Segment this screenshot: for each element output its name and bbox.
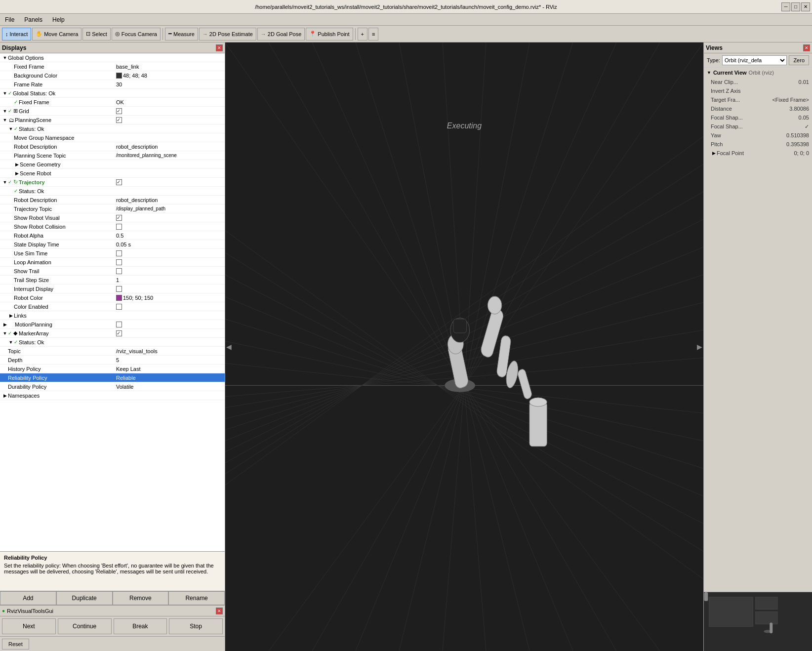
marker-array-row[interactable]: ▼ ✓ ◆ MarkerArray — [0, 329, 225, 338]
add-tool-button[interactable]: + — [358, 28, 367, 41]
global-options-row[interactable]: ▼ Global Options — [0, 53, 225, 62]
menu-extra-button[interactable]: ≡ — [368, 28, 378, 41]
interact-button[interactable]: ↕ Interact — [2, 28, 31, 41]
next-button[interactable]: Next — [2, 618, 56, 634]
interrupt-display-row[interactable]: Interrupt Display — [0, 285, 225, 293]
measure-button[interactable]: ━ Measure — [165, 28, 198, 41]
trail-step-size-row[interactable]: Trail Step Size 1 — [0, 276, 225, 285]
planning-scene-checkbox[interactable] — [116, 117, 122, 123]
rename-button[interactable]: Rename — [168, 591, 225, 605]
reset-button[interactable]: Reset — [2, 639, 29, 650]
marker-array-checkbox[interactable] — [116, 330, 122, 336]
minimize-button[interactable]: ─ — [781, 2, 790, 11]
move-camera-button[interactable]: ✋ Move Camera — [32, 28, 81, 41]
grid-checkbox[interactable] — [116, 108, 122, 114]
duplicate-button[interactable]: Duplicate — [56, 591, 113, 605]
fixed-frame-ok-row[interactable]: ✓ Fixed Frame OK — [0, 98, 225, 107]
ma-status-row[interactable]: ▼ ✓ Status: Ok — [0, 338, 225, 347]
traj-status-row[interactable]: ✓ Status: Ok — [0, 187, 225, 196]
ma-history-row[interactable]: History Policy Keep Last — [0, 365, 225, 373]
ps-status-row[interactable]: ▼ ✓ Status: Ok — [0, 124, 225, 133]
publish-point-button[interactable]: 📍 Publish Point — [306, 28, 353, 41]
focus-camera-label: Focus Camera — [122, 31, 157, 37]
links-row[interactable]: ▶ Links — [0, 311, 225, 320]
background-color-row[interactable]: Background Color 48; 48; 48 — [0, 71, 225, 80]
robot-pedestal-top — [529, 398, 547, 407]
trajectory-checkbox[interactable] — [116, 179, 122, 185]
loop-animation-checkbox[interactable] — [116, 259, 122, 265]
displays-tree[interactable]: ▼ Global Options Fixed Frame base_link B… — [0, 53, 225, 551]
grid-row[interactable]: ▼ ✓ ⊞ Grid — [0, 107, 225, 116]
toolbar: ↕ Interact ✋ Move Camera ⊡ Select ◎ Focu… — [0, 26, 812, 42]
trajectory-row[interactable]: ▼ ✓ ↻ Trajectory — [0, 178, 225, 187]
loop-animation-row[interactable]: Loop Animation — [0, 258, 225, 267]
scene-geometry-row[interactable]: ▶ Scene Geometry — [0, 160, 225, 169]
reset-bar: Reset — [0, 636, 225, 651]
maximize-button[interactable]: □ — [791, 2, 800, 11]
menu-panels[interactable]: Panels — [21, 15, 45, 24]
pose-estimate-button[interactable]: → 2D Pose Estimate — [199, 28, 256, 41]
viewport[interactable]: Executing ◀ ▶ — [225, 42, 703, 651]
focus-camera-button[interactable]: ◎ Focus Camera — [112, 28, 161, 41]
grid-expand[interactable]: ▼ — [2, 109, 8, 114]
ma-durability-row[interactable]: Durability Policy Volatile — [0, 382, 225, 391]
robot-color-swatch — [116, 295, 122, 301]
break-button[interactable]: Break — [114, 618, 167, 634]
goal-pose-label: 2D Goal Pose — [268, 31, 301, 37]
show-trail-row[interactable]: Show Trail — [0, 267, 225, 276]
remove-button[interactable]: Remove — [113, 591, 169, 605]
show-robot-visual-checkbox[interactable] — [116, 215, 122, 221]
views-type-select[interactable]: Orbit (rviz_defa — [722, 55, 787, 65]
views-close-button[interactable]: ✕ — [803, 44, 810, 51]
planning-scene-row[interactable]: ▼ 🗂 PlanningScene — [0, 116, 225, 124]
stop-button[interactable]: Stop — [169, 618, 223, 634]
goal-pose-button[interactable]: → 2D Goal Pose — [257, 28, 305, 41]
motion-planning-checkbox[interactable] — [116, 322, 122, 327]
move-group-row[interactable]: Move Group Namespace — [0, 133, 225, 142]
namespaces-row[interactable]: ▶ Namespaces — [0, 391, 225, 400]
show-robot-collision-row[interactable]: Show Robot Collision — [0, 222, 225, 231]
color-enabled-checkbox[interactable] — [116, 304, 122, 310]
continue-button[interactable]: Continue — [58, 618, 112, 634]
close-button[interactable]: ✕ — [801, 2, 810, 11]
viewport-arrow-left[interactable]: ◀ — [225, 341, 233, 353]
cv-subtitle: Orbit (rviz) — [749, 70, 774, 76]
select-button[interactable]: ⊡ Select — [82, 28, 111, 41]
trajectory-expand[interactable]: ▼ — [2, 180, 8, 185]
svg-rect-45 — [704, 592, 708, 601]
robot-desc-row[interactable]: Robot Description robot_description — [0, 142, 225, 151]
scene-robot-row[interactable]: ▶ Scene Robot — [0, 169, 225, 178]
frame-rate-row[interactable]: Frame Rate 30 — [0, 80, 225, 89]
global-status-row[interactable]: ▼ ✓ Global Status: Ok — [0, 89, 225, 98]
color-enabled-row[interactable]: Color Enabled — [0, 302, 225, 311]
menu-file[interactable]: File — [2, 15, 17, 24]
use-sim-time-checkbox[interactable] — [116, 250, 122, 256]
center-panel[interactable]: Executing ◀ ▶ — [225, 42, 703, 651]
show-robot-collision-checkbox[interactable] — [116, 224, 122, 230]
cv-expand[interactable]: ▼ — [707, 70, 711, 75]
traj-robot-desc-row[interactable]: Robot Description robot_description — [0, 196, 225, 204]
ma-depth-row[interactable]: Depth 5 — [0, 356, 225, 365]
planning-scene-expand[interactable]: ▼ — [2, 118, 8, 122]
add-button[interactable]: Add — [0, 591, 56, 605]
rviz-tools-close[interactable]: ✕ — [216, 608, 223, 614]
use-sim-time-row[interactable]: Use Sim Time — [0, 249, 225, 258]
global-status-expand[interactable]: ▼ — [2, 91, 8, 96]
show-trail-checkbox[interactable] — [116, 268, 122, 274]
motion-planning-row[interactable]: ▶ MotionPlanning — [0, 320, 225, 329]
menu-help[interactable]: Help — [49, 15, 68, 24]
robot-color-row[interactable]: Robot Color 150; 50; 150 — [0, 293, 225, 302]
views-zero-button[interactable]: Zero — [789, 55, 809, 65]
ma-topic-row[interactable]: Topic /rviz_visual_tools — [0, 347, 225, 356]
fixed-frame-row[interactable]: Fixed Frame base_link — [0, 62, 225, 71]
viewport-arrow-right[interactable]: ▶ — [696, 341, 703, 353]
traj-topic-row[interactable]: Trajectory Topic /display_planned_path — [0, 204, 225, 213]
global-options-expand[interactable]: ▼ — [2, 55, 8, 60]
state-display-time-row[interactable]: State Display Time 0.05 s — [0, 240, 225, 249]
show-robot-visual-row[interactable]: Show Robot Visual — [0, 213, 225, 222]
planning-scene-topic-row[interactable]: Planning Scene Topic /monitored_planning… — [0, 151, 225, 160]
robot-alpha-row[interactable]: Robot Alpha 0.5 — [0, 231, 225, 240]
interrupt-display-checkbox[interactable] — [116, 286, 122, 292]
displays-close-button[interactable]: ✕ — [216, 44, 223, 51]
ma-reliability-row[interactable]: Reliability Policy Reliable — [0, 373, 225, 382]
